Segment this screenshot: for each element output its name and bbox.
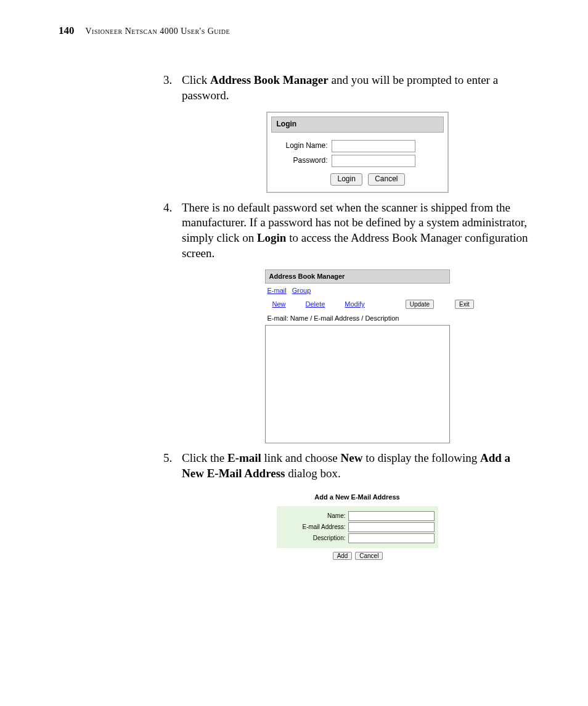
add-button[interactable]: Add: [333, 552, 353, 560]
ae-name-input[interactable]: [348, 511, 435, 521]
step-number: 4.: [163, 200, 172, 216]
page-number: 140: [59, 25, 75, 37]
page-header: 140 Visioneer Netscan 4000 User's Guide: [59, 25, 533, 37]
step-number: 3.: [163, 73, 172, 88]
abm-email-list[interactable]: [265, 325, 450, 443]
ae-desc-label: Description:: [280, 534, 346, 542]
link-modify[interactable]: Modify: [345, 300, 364, 308]
step-4: 4. There is no default password set when…: [182, 200, 533, 444]
cancel-button[interactable]: Cancel: [368, 173, 404, 186]
login-dialog: Login Login Name: Password: Login Cancel: [266, 112, 449, 192]
tab-group[interactable]: Group: [292, 287, 311, 294]
login-dialog-title: Login: [271, 117, 444, 133]
step-text: Click Address Book Manager and you will …: [182, 73, 498, 102]
ae-name-label: Name:: [280, 512, 346, 520]
cancel-button[interactable]: Cancel: [355, 552, 383, 560]
step-5: 5. Click the E-mail link and choose New …: [182, 451, 533, 562]
login-button[interactable]: Login: [330, 173, 362, 186]
login-name-input[interactable]: [332, 140, 415, 152]
guide-title: Visioneer Netscan 4000 User's Guide: [86, 27, 231, 36]
add-email-title: Add a New E-Mail Address: [277, 490, 438, 506]
tab-email[interactable]: E-mail: [267, 287, 287, 294]
abm-column-header: E-mail: Name / E-mail Address / Descript…: [265, 311, 450, 325]
link-new[interactable]: New: [272, 300, 286, 308]
update-button[interactable]: Update: [406, 300, 434, 309]
ae-email-label: E-mail Address:: [280, 523, 346, 531]
password-input[interactable]: [332, 155, 415, 167]
step-3: 3. Click Address Book Manager and you wi…: [182, 73, 533, 193]
ae-email-input[interactable]: [348, 522, 435, 532]
step-number: 5.: [163, 451, 172, 466]
link-delete[interactable]: Delete: [306, 300, 325, 308]
abm-title: Address Book Manager: [265, 269, 450, 283]
abm-tabs: E-mail Group: [265, 284, 450, 297]
step-text: Click the E-mail link and choose New to …: [182, 451, 510, 480]
step-text: There is no default password set when th…: [182, 201, 528, 260]
password-label: Password:: [271, 156, 328, 166]
exit-button[interactable]: Exit: [455, 300, 474, 309]
ae-desc-input[interactable]: [348, 533, 435, 543]
add-email-dialog: Add a New E-Mail Address Name: E-mail Ad…: [277, 490, 438, 561]
address-book-manager-panel: Address Book Manager E-mail Group New De…: [265, 269, 450, 443]
login-name-label: Login Name:: [271, 141, 328, 151]
